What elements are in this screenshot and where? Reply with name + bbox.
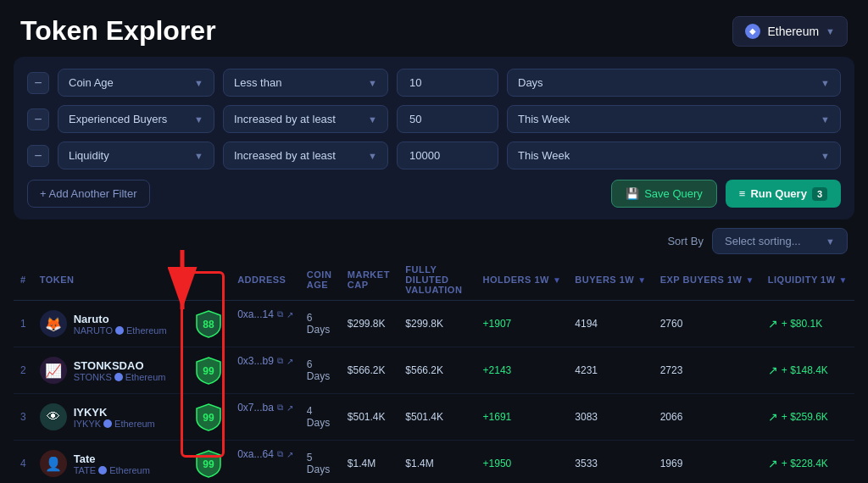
shield-icon: 88 xyxy=(193,308,224,339)
liquidity-value: + $228.4K xyxy=(782,458,828,469)
filter-3-value[interactable]: 10000 xyxy=(397,142,498,169)
token-cell: 📈 STONKSDAO STONKS Ethereum xyxy=(33,347,186,394)
filter-3-condition[interactable]: Increased by at least ▼ xyxy=(223,142,388,169)
filter-actions: + Add Another Filter 💾 Save Query ≡ Run … xyxy=(27,180,841,208)
exp-buyers-cell: 2723 xyxy=(654,347,761,394)
avatar: 📈 xyxy=(40,357,67,384)
address-cell: 0x3...b9 ⧉ ↗ xyxy=(231,347,300,375)
liquidity-cell: ↗ + $228.4K xyxy=(761,441,854,484)
filter-2-period[interactable]: This Week ▼ xyxy=(507,105,841,133)
svg-text:99: 99 xyxy=(203,458,214,470)
network-selector[interactable]: ◆ Ethereum ▼ xyxy=(732,16,848,47)
copy-icon[interactable]: ⧉ xyxy=(277,309,283,319)
liquidity-cell: ↗ + $259.6K xyxy=(761,394,854,441)
remove-filter-2-button[interactable]: − xyxy=(27,108,49,130)
score-cell: 99 xyxy=(186,441,231,484)
table-row: 3 👁 IYKYK IYKYK Ethereum 99 xyxy=(14,394,854,441)
filter-1-category[interactable]: Coin Age ▼ xyxy=(58,69,214,97)
filter-row-1: − Coin Age ▼ Less than ▼ 10 Days ▼ xyxy=(27,69,841,97)
shield-icon: 99 xyxy=(193,448,224,479)
table-container: # TOKEN ADDRESS COIN AGE MARKET CAP FULL… xyxy=(0,259,868,483)
external-link-icon[interactable]: ↗ xyxy=(287,403,293,413)
chevron-down-icon: ▼ xyxy=(194,78,203,88)
liquidity-value: + $148.4K xyxy=(782,364,828,376)
market-cap-cell: $566.2K xyxy=(341,347,399,394)
filter-1-period[interactable]: Days ▼ xyxy=(507,69,841,97)
buyers-cell: 3533 xyxy=(568,441,653,484)
remove-filter-3-button[interactable]: − xyxy=(27,145,49,167)
holders-cell: +1907 xyxy=(476,301,569,347)
run-query-button[interactable]: ≡ Run Query 3 xyxy=(726,180,841,208)
page-title: Token Explorer xyxy=(20,15,216,47)
token-ticker: STONKS Ethereum xyxy=(74,372,166,382)
col-rank: # xyxy=(14,259,33,301)
shield-icon: 99 xyxy=(193,402,224,432)
fdv-cell: $501.4K xyxy=(398,394,476,441)
token-cell: 👤 Tate TATE Ethereum xyxy=(33,441,186,484)
chevron-down-icon: ▼ xyxy=(194,151,203,161)
col-liquidity[interactable]: LIQUIDITY 1W ▼ xyxy=(761,259,854,301)
add-filter-button[interactable]: + Add Another Filter xyxy=(27,180,150,208)
filter-3-category[interactable]: Liquidity ▼ xyxy=(58,142,214,169)
market-cap-cell: $501.4K xyxy=(341,394,399,441)
score-cell: 88 xyxy=(186,301,231,347)
filter-2-condition[interactable]: Increased by at least ▼ xyxy=(223,105,388,133)
filter-2-category[interactable]: Experienced Buyers ▼ xyxy=(58,105,214,133)
col-market-cap: MARKET CAP xyxy=(341,259,399,301)
fdv-cell: $299.8K xyxy=(398,301,476,347)
sort-selector[interactable]: Select sorting... ▼ xyxy=(712,228,848,254)
market-cap-cell: $299.8K xyxy=(341,301,399,347)
remove-filter-1-button[interactable]: − xyxy=(27,72,49,94)
filter-3-period[interactable]: This Week ▼ xyxy=(507,142,841,169)
buyers-cell: 4194 xyxy=(568,301,653,347)
chevron-down-icon: ▼ xyxy=(826,26,835,36)
col-holders[interactable]: HOLDERS 1W ▼ xyxy=(476,259,569,301)
copy-icon[interactable]: ⧉ xyxy=(277,402,283,413)
eth-chain-icon xyxy=(115,326,124,335)
copy-icon[interactable]: ⧉ xyxy=(277,356,283,366)
address-cell: 0xa...14 ⧉ ↗ xyxy=(231,301,300,328)
table-row: 1 🦊 Naruto NARUTO Ethereum 88 xyxy=(14,301,854,347)
table-header-row: # TOKEN ADDRESS COIN AGE MARKET CAP FULL… xyxy=(14,259,854,301)
col-exp-buyers[interactable]: EXP BUYERS 1W ▼ xyxy=(654,259,761,301)
copy-icon[interactable]: ⧉ xyxy=(277,449,283,459)
holders-cell: +2143 xyxy=(476,347,569,394)
trend-up-icon: ↗ xyxy=(768,364,778,377)
chevron-down-icon: ▼ xyxy=(826,236,835,247)
col-token: TOKEN xyxy=(33,259,186,301)
liquidity-cell: ↗ + $148.4K xyxy=(761,347,854,394)
fdv-cell: $1.4M xyxy=(398,441,476,484)
exp-buyers-cell: 1969 xyxy=(654,441,761,484)
col-coin-age: COIN AGE xyxy=(300,259,341,301)
sort-bar: Sort By Select sorting... ▼ xyxy=(0,219,868,259)
token-name: IYKYK xyxy=(74,406,155,419)
chevron-down-icon: ▼ xyxy=(368,78,377,88)
svg-text:99: 99 xyxy=(203,412,214,424)
coin-age-cell: 6 Days xyxy=(300,301,341,347)
action-buttons: 💾 Save Query ≡ Run Query 3 xyxy=(611,180,841,208)
col-buyers[interactable]: BUYERS 1W ▼ xyxy=(568,259,653,301)
filter-1-value[interactable]: 10 xyxy=(397,69,498,97)
coin-age-cell: 5 Days xyxy=(300,441,341,484)
liquidity-value: + $259.6K xyxy=(782,411,828,423)
shield-icon: 99 xyxy=(193,355,224,386)
tokens-table: # TOKEN ADDRESS COIN AGE MARKET CAP FULL… xyxy=(14,259,854,483)
token-cell: 🦊 Naruto NARUTO Ethereum xyxy=(33,301,186,347)
filter-1-condition[interactable]: Less than ▼ xyxy=(223,69,388,97)
token-ticker: NARUTO Ethereum xyxy=(74,325,167,336)
trend-up-icon: ↗ xyxy=(768,457,778,470)
eth-chain-icon xyxy=(114,373,123,381)
exp-buyers-cell: 2066 xyxy=(654,394,761,441)
external-link-icon[interactable]: ↗ xyxy=(287,450,293,459)
coin-age-cell: 6 Days xyxy=(300,347,341,394)
save-query-button[interactable]: 💾 Save Query xyxy=(611,180,717,208)
filter-2-value[interactable]: 50 xyxy=(397,105,498,133)
external-link-icon[interactable]: ↗ xyxy=(287,310,293,319)
address-text: 0x3...b9 xyxy=(237,355,274,367)
chevron-down-icon: ▼ xyxy=(821,151,830,161)
token-ticker: IYKYK Ethereum xyxy=(74,419,155,429)
chevron-down-icon: ▼ xyxy=(368,151,377,161)
token-name: Tate xyxy=(74,452,150,465)
external-link-icon[interactable]: ↗ xyxy=(287,357,293,366)
fdv-cell: $566.2K xyxy=(398,347,476,394)
